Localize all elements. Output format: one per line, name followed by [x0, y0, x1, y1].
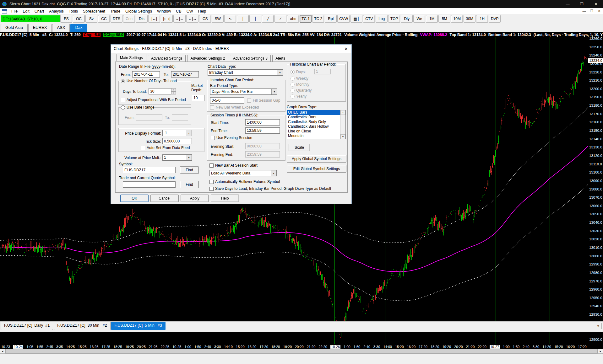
ok-button[interactable]: OK	[120, 195, 149, 202]
use-days-radio[interactable]: Use Number Of Days To Load	[121, 79, 177, 83]
graph-draw-type-listbox[interactable]: OHLC BarsCandlestick BarsCandlestick Bod…	[287, 110, 346, 139]
days-to-load-field[interactable]: 30	[149, 88, 171, 94]
chevron-down-icon[interactable]: ▼	[271, 89, 277, 94]
log-button[interactable]: Log	[376, 15, 388, 23]
graph-draw-type-item[interactable]: Candlestick Body Only	[287, 120, 340, 124]
listbox-scrollbar[interactable]: ▲ ▼	[340, 110, 345, 139]
compress-chart-icon[interactable]: →|←	[173, 15, 186, 23]
tab-advanced-settings[interactable]: Advanced Settings	[148, 55, 186, 62]
chevron-down-icon[interactable]: ▼	[186, 130, 192, 136]
apply-global-symbol-settings-button[interactable]: Apply Global Symbol Settings	[287, 155, 346, 163]
chartbook-tab-eurex[interactable]: EUREX	[28, 24, 52, 32]
weekend-data-dropdown[interactable]: Load All Weekend Data▼	[209, 170, 277, 176]
replay-button[interactable]: Rpl	[325, 15, 337, 23]
chartbook-tab-gold-asia[interactable]: Gold Asia	[1, 24, 28, 32]
menu-item-global-settings[interactable]: Global Settings	[123, 9, 155, 13]
tab-advanced-settings-2[interactable]: Advanced Settings 2	[187, 55, 228, 62]
cs-button[interactable]: CS	[199, 15, 211, 23]
chevron-down-icon[interactable]: ▼	[277, 70, 283, 75]
price-display-format-dropdown[interactable]: .1▼	[162, 130, 192, 136]
daily-period-button[interactable]: Dly	[401, 15, 413, 23]
graph-draw-type-item[interactable]: Mountain	[287, 134, 340, 138]
chart-window-tab-2[interactable]: F.US.DDZ17 [C] 30 Min #2	[54, 322, 110, 330]
chart-window-tab-3[interactable]: F.US.DDZ17 [C] 5 Min #3	[111, 322, 166, 330]
tick-size-field[interactable]: 0.500000	[162, 138, 192, 144]
narrow-bar-spacing-icon[interactable]: |↔|	[148, 15, 160, 23]
sv-button[interactable]: Sv	[85, 15, 97, 23]
widen-bar-spacing-icon[interactable]: |⟷|	[161, 15, 173, 23]
new-bar-at-session-start-checkbox[interactable]: New Bar At Session Start	[209, 163, 258, 168]
save-defaults-checkbox[interactable]: Save Days to Load, Intraday Bar Period, …	[209, 186, 331, 191]
menu-item-chart[interactable]: Chart	[32, 9, 47, 13]
start-time-field[interactable]: 14:00:00	[245, 119, 280, 126]
dts-button[interactable]: DTS	[111, 15, 122, 23]
scale-button[interactable]: Scale	[289, 144, 310, 151]
scroll-down-icon[interactable]: ▼	[340, 134, 345, 139]
rollover-futures-checkbox[interactable]: Automatically Rollover Futures Symbol	[209, 179, 280, 184]
time-axis[interactable]: 10-2310-241:051:552:453:3514:2515:2516:2…	[0, 344, 588, 349]
tab-advanced-settings-3[interactable]: Advanced Settings 3	[230, 55, 271, 62]
end-time-field[interactable]: 13:59:59	[245, 127, 280, 134]
ctv-button[interactable]: CTV	[363, 15, 375, 23]
apply-button[interactable]: Apply	[181, 195, 209, 202]
horizontal-scrollbar[interactable]: ◄ ►	[0, 349, 603, 354]
chart-window-tab-1[interactable]: F.US.DDZ17 [C] Daily #1	[1, 322, 53, 330]
graph-draw-type-item[interactable]: OHLC Bars	[287, 110, 340, 115]
menu-item-help[interactable]: Help	[196, 9, 209, 13]
trendline-tool-icon[interactable]: ╱	[262, 15, 274, 23]
bar-period-field[interactable]: 0-5-0	[210, 97, 244, 104]
chartbook-tab-dax[interactable]: Dax	[70, 24, 87, 32]
scroll-left-icon[interactable]: ◄	[0, 349, 5, 354]
to-date-field[interactable]: 2017-10-27	[171, 71, 199, 78]
menu-item-analysis[interactable]: Analysis	[46, 9, 66, 13]
child-minimize-icon[interactable]: —	[580, 9, 588, 13]
scroll-right-icon[interactable]: ►	[598, 349, 603, 354]
spin-up-icon[interactable]: ▲	[171, 88, 176, 91]
dialog-titlebar[interactable]: Chart Settings - F.US.DDZ17 [C] 5 Min #3…	[111, 45, 351, 53]
crosshair-tool-icon[interactable]: ─┼─	[237, 15, 249, 23]
child-restore-icon[interactable]: ❐	[588, 9, 595, 13]
weekly-period-button[interactable]: We	[413, 15, 425, 23]
dialog-close-icon[interactable]: ✕	[341, 45, 351, 53]
use-date-range-radio[interactable]: Use Date Range	[121, 105, 155, 110]
window-minimize-icon[interactable]: —	[561, 0, 575, 8]
menu-item-window[interactable]: Window	[155, 9, 173, 13]
spin-down-icon[interactable]: ▼	[171, 91, 176, 94]
disconnect-button[interactable]: Dis	[136, 15, 148, 23]
graph-draw-type-item[interactable]: Candlestick Bars Hollow	[287, 124, 340, 129]
1min-period-button[interactable]: 1M	[426, 15, 438, 23]
tab-alerts[interactable]: Alerts	[272, 55, 288, 62]
bar-period-type-dropdown[interactable]: Days-Mins-Secs Per Bar▼	[210, 88, 277, 95]
chart-data-type-dropdown[interactable]: Intraday Chart▼	[208, 69, 283, 76]
cc-button[interactable]: CC	[98, 15, 110, 23]
chevron-down-icon[interactable]: ▼	[186, 155, 192, 160]
child-close-icon[interactable]: ✕	[595, 9, 603, 13]
oc-button[interactable]: OC	[73, 15, 85, 23]
symbol-field[interactable]: F.US.DDZ17	[123, 167, 176, 173]
chartbook-tab-asx[interactable]: ASX	[52, 24, 70, 32]
sw-button[interactable]: SW	[212, 15, 224, 23]
scroll-up-icon[interactable]: ▲	[340, 110, 345, 115]
trade-symbol-field[interactable]	[123, 181, 176, 188]
market-depth-field[interactable]: 10	[192, 95, 204, 101]
30min-period-button[interactable]: 30M	[464, 15, 475, 23]
tvw-grid-icon[interactable]: ▦┼	[350, 15, 362, 23]
cross-tool-icon[interactable]: ┼	[249, 15, 261, 23]
cancel-button[interactable]: Cancel	[150, 195, 179, 202]
tab-main-settings[interactable]: Main Settings	[117, 54, 146, 61]
adjust-proportional-checkbox[interactable]: Adjust Proportional With Bar Period	[121, 98, 186, 102]
range-from-field[interactable]	[136, 114, 162, 120]
fs-button[interactable]: FS	[60, 15, 72, 23]
menu-item-edit[interactable]: Edit	[20, 9, 32, 13]
scrollbar-thumb[interactable]	[5, 349, 598, 354]
graph-draw-type-item[interactable]: Line on Close	[287, 129, 340, 134]
autoset-datafeed-checkbox[interactable]: Auto-Set From Data Feed	[141, 146, 190, 150]
10min-period-button[interactable]: 10M	[451, 15, 463, 23]
evening-end-field[interactable]: 23:59:59	[245, 151, 280, 158]
edit-global-symbol-settings-button[interactable]: Edit Global Symbol Settings	[287, 165, 346, 173]
top-button[interactable]: TOP	[388, 15, 400, 23]
dvp-button[interactable]: DVP	[489, 15, 501, 23]
volume-mult-dropdown[interactable]: 1▼	[162, 154, 192, 161]
menu-item-cw[interactable]: CW	[184, 9, 196, 13]
tabs-overflow-button[interactable]: »	[595, 323, 602, 329]
